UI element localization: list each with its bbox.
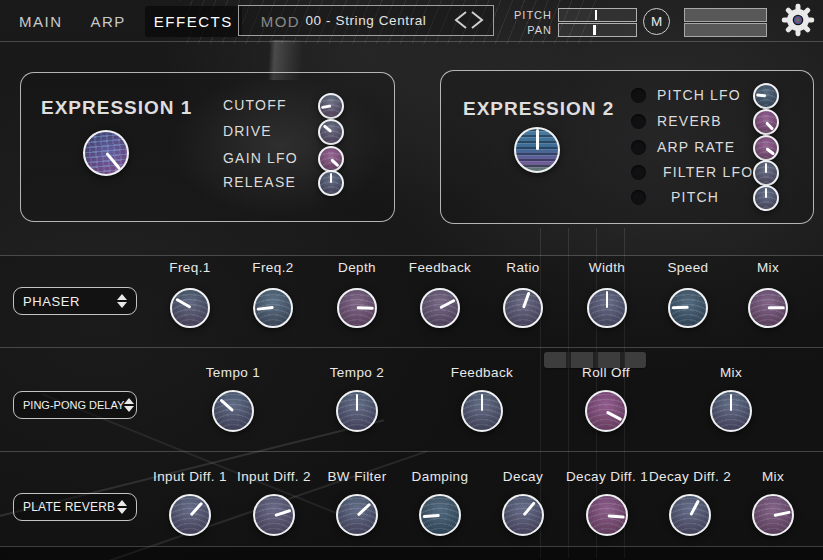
knob-delay-feedback[interactable] — [461, 390, 503, 432]
knob-pointer — [256, 307, 273, 311]
param-label-pitch: PITCH — [671, 189, 719, 205]
knob-cutoff[interactable] — [318, 93, 344, 119]
knob-decay[interactable] — [502, 494, 544, 536]
tab-arp[interactable]: ARP — [82, 6, 135, 37]
knob-pointer — [765, 188, 768, 198]
expression-1-macro-knob[interactable] — [83, 130, 129, 176]
knob-drive[interactable] — [318, 119, 344, 145]
effect-selector-reverb[interactable]: PLATE REVERB — [13, 493, 137, 521]
param-label-filter-lfo: FILTER LFO — [663, 164, 753, 180]
knob-width[interactable] — [587, 288, 627, 328]
param-label-pitch-lfo: PITCH LFO — [657, 87, 741, 103]
knob-reverb-mix[interactable] — [752, 494, 794, 536]
pan-slider[interactable] — [558, 23, 637, 37]
knob-cell: Damping — [392, 452, 488, 536]
knob-pointer — [522, 501, 535, 516]
knob-cell: Mix — [683, 348, 779, 432]
preset-next-icon[interactable] — [472, 12, 482, 28]
meter-top — [684, 8, 767, 22]
pan-label: PAN — [506, 24, 552, 36]
knob-input-diff-1[interactable] — [169, 494, 211, 536]
knob-cell: Decay Diff. 1 — [559, 452, 655, 536]
expression-2-macro-knob[interactable] — [514, 127, 560, 173]
knob-label: Mix — [720, 260, 816, 278]
knob-pointer — [357, 307, 374, 310]
knob-release[interactable] — [318, 170, 344, 196]
knob-cell: Depth — [309, 256, 405, 328]
pitch-slider-handle[interactable] — [595, 10, 598, 20]
settings-gear-icon[interactable] — [779, 1, 817, 39]
effect-selector-label: PLATE REVERB — [23, 500, 115, 514]
tab-effects[interactable]: EFFECTS — [145, 6, 242, 37]
knob-label: Damping — [392, 469, 488, 487]
knob-pointer — [607, 514, 625, 518]
param-label-release: RELEASE — [223, 174, 296, 190]
knob-ratio[interactable] — [503, 288, 543, 328]
param-label-drive: DRIVE — [223, 123, 272, 139]
effect-selector-delay[interactable]: PING-PONG DELAY — [13, 391, 137, 419]
knob-feedback[interactable] — [420, 288, 460, 328]
knob-arp-rate[interactable] — [753, 135, 779, 161]
knob-pointer — [605, 410, 622, 420]
knob-label: Freq.1 — [142, 260, 238, 278]
pitch-slider[interactable] — [558, 8, 637, 22]
knob-pointer — [481, 394, 484, 411]
knob-pointer — [536, 129, 539, 150]
knob-cell: Freq.1 — [142, 256, 238, 328]
phaser-section: PHASER Freq.1 Freq.2 Depth Feedback Rati… — [0, 255, 823, 348]
knob-label: Tempo 2 — [309, 365, 405, 383]
knob-input-diff-2[interactable] — [253, 494, 295, 536]
tab-main[interactable]: MAIN — [10, 6, 72, 37]
knob-cell: Tempo 1 — [185, 348, 281, 432]
knob-cell: Freq.2 — [225, 256, 321, 328]
effect-selector-phaser[interactable]: PHASER — [13, 287, 137, 315]
knob-tempo1[interactable] — [212, 390, 254, 432]
knob-pointer — [356, 502, 370, 516]
pan-slider-handle[interactable] — [593, 25, 596, 35]
knob-decay-diff-2[interactable] — [669, 494, 711, 536]
knob-cell: Ratio — [475, 256, 571, 328]
preset-name: 00 - String Central — [306, 13, 427, 28]
knob-cell: BW Filter — [309, 452, 405, 536]
knob-speed[interactable] — [668, 288, 708, 328]
header-divider — [0, 41, 823, 42]
knob-label: Input Diff. 2 — [226, 469, 322, 487]
dropdown-arrows-icon — [117, 294, 127, 308]
knob-label: Mix — [725, 469, 821, 487]
knob-pitch[interactable] — [753, 185, 779, 211]
knob-gain-lfo[interactable] — [318, 146, 344, 172]
expression-1-panel: EXPRESSION 1 CUTOFF DRIVE GAIN LFO RELEA… — [20, 72, 395, 222]
knob-delay-mix[interactable] — [710, 390, 752, 432]
preset-selector[interactable]: 00 - String Central — [238, 5, 494, 36]
mono-button[interactable]: M — [643, 8, 670, 35]
preset-nav — [449, 9, 489, 34]
knob-depth[interactable] — [337, 288, 377, 328]
knob-bw-filter[interactable] — [336, 494, 378, 536]
plugin-window: MAIN ARP EFFECTS MOD 00 - String Central… — [0, 0, 823, 560]
knob-tempo2[interactable] — [336, 390, 378, 432]
knob-cell: Feedback — [434, 348, 530, 432]
knob-pointer — [765, 163, 768, 173]
knob-label: Ratio — [475, 260, 571, 278]
knob-pointer — [322, 125, 331, 133]
knob-mix[interactable] — [748, 288, 788, 328]
expression-2-panel: EXPRESSION 2 PITCH LFO REVERB ARP RATE F… — [440, 70, 814, 224]
knob-damping[interactable] — [419, 494, 461, 536]
preset-prev-icon[interactable] — [456, 12, 466, 28]
knob-filter-lfo[interactable] — [753, 160, 779, 186]
knob-reverb[interactable] — [753, 109, 779, 135]
knob-freq1[interactable] — [170, 288, 210, 328]
knob-roll-off[interactable] — [585, 390, 627, 432]
knob-decay-diff-1[interactable] — [586, 494, 628, 536]
knob-pointer — [756, 94, 766, 97]
knob-pointer — [522, 292, 530, 308]
knob-freq2[interactable] — [253, 288, 293, 328]
knob-pointer — [330, 173, 333, 183]
knob-pointer — [606, 291, 609, 308]
knob-pitch-lfo[interactable] — [753, 83, 779, 109]
knob-pointer — [730, 394, 733, 411]
knob-label: Feedback — [392, 260, 488, 278]
param-label-gain-lfo: GAIN LFO — [223, 150, 298, 166]
knob-pointer — [321, 105, 331, 109]
dropdown-arrows-icon — [124, 398, 134, 412]
